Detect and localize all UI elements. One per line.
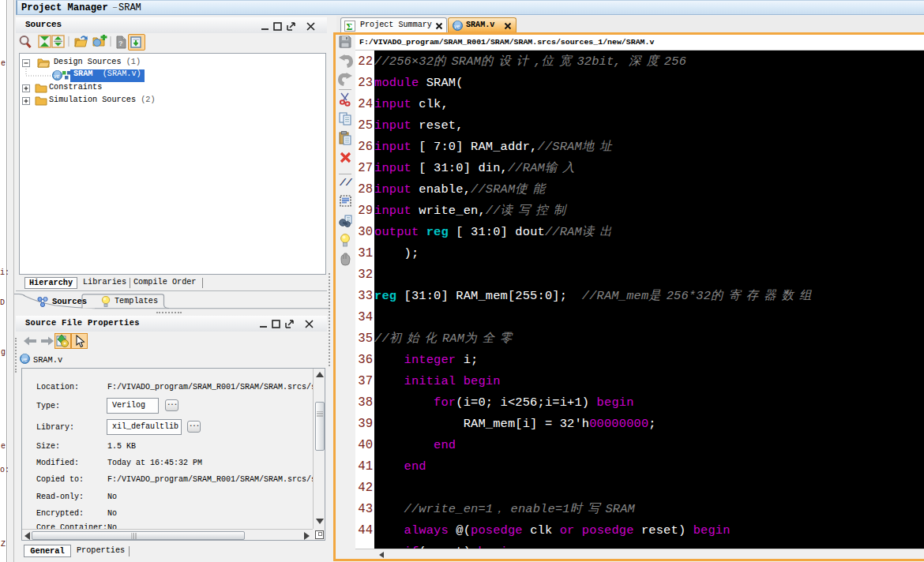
svg-text:?: ? [118,39,123,47]
svg-text:ve: ve [21,357,28,362]
svg-text:Σ: Σ [347,21,353,32]
svg-text:ve: ve [54,73,60,78]
svg-text:ve: ve [454,24,460,29]
